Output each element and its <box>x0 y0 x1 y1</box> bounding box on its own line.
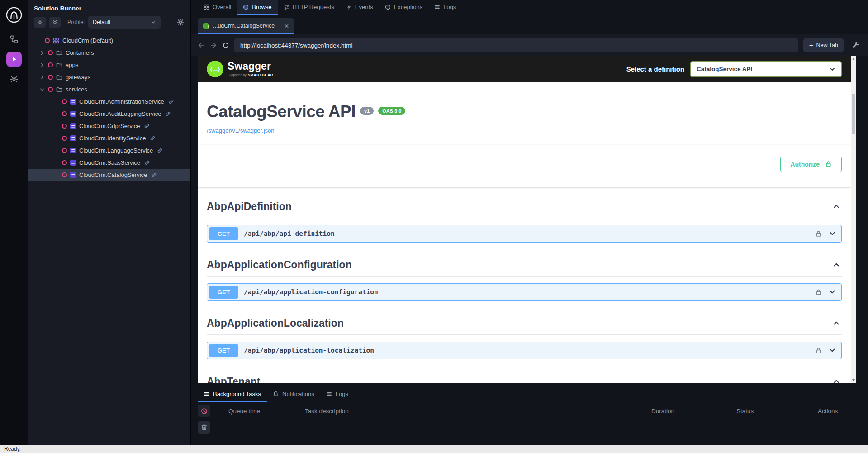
status-donut-icon <box>62 136 67 141</box>
scroll-up-arrow[interactable] <box>851 56 856 62</box>
scroll-down-arrow[interactable] <box>851 377 856 383</box>
chevron-down-icon[interactable] <box>829 347 836 354</box>
tree-item-saas-service[interactable]: CloudCrm.SaasService <box>28 157 190 169</box>
api-path: /api/abp/application-localization <box>244 347 374 354</box>
forward-icon[interactable] <box>210 42 217 49</box>
tasks-table-header: Queue time Task description Duration Sta… <box>198 402 868 420</box>
chevron-down-icon[interactable] <box>829 230 836 237</box>
tree-item-label: apps <box>66 62 78 68</box>
link-icon[interactable] <box>151 172 157 178</box>
tab-browse[interactable]: Browse <box>237 0 277 15</box>
chevron-down-icon[interactable] <box>829 288 836 296</box>
definition-select[interactable]: CatalogService API <box>690 61 842 77</box>
spec-link[interactable]: /swagger/v1/swagger.json <box>207 127 275 134</box>
chevron-down-icon <box>151 19 156 25</box>
clear-tasks-button[interactable] <box>198 421 210 434</box>
tree-item-apps[interactable]: apps <box>28 59 190 71</box>
tab-events[interactable]: Events <box>340 0 379 15</box>
tree-item-catalog-service[interactable]: CloudCrm.CatalogService <box>28 169 190 181</box>
tab-background-tasks[interactable]: Background Tasks <box>198 386 267 402</box>
exclamation-circle-icon <box>385 4 391 10</box>
status-donut-icon <box>48 87 53 92</box>
api-path: /api/abp/application-configuration <box>244 288 378 296</box>
tab-overall[interactable]: Overall <box>198 0 237 15</box>
api-operation-row[interactable]: GET /api/abp/application-configuration <box>207 283 842 301</box>
scrollbar-thumb[interactable] <box>852 94 855 134</box>
lock-icon[interactable] <box>815 347 822 354</box>
tab-http-requests[interactable]: HTTP Requests <box>278 0 340 15</box>
tab-notifications[interactable]: Notifications <box>267 386 320 402</box>
tab-label: Browse <box>252 4 271 10</box>
link-icon[interactable] <box>157 148 163 153</box>
tab-logs[interactable]: Logs <box>428 0 462 15</box>
folder-icon <box>56 50 62 56</box>
tree-item-identity-service[interactable]: CloudCrm.IdentityService <box>28 132 190 144</box>
chevron-down-icon <box>829 66 835 72</box>
chevron-right-icon[interactable] <box>39 62 45 68</box>
chevron-up-icon[interactable] <box>833 261 840 268</box>
prohibition-icon <box>201 408 208 415</box>
profile-settings-button[interactable] <box>177 19 184 26</box>
chevron-right-icon[interactable] <box>39 75 45 80</box>
link-icon[interactable] <box>150 135 156 141</box>
lock-icon[interactable] <box>815 289 822 296</box>
tree-item-services[interactable]: services <box>28 83 190 95</box>
api-operation-row[interactable]: GET /api/abp/application-localization <box>207 342 842 359</box>
tree-item-label: CloudCrm.AuditLoggingService <box>79 110 161 117</box>
tree-item-label: CloudCrm.GdprService <box>79 123 140 129</box>
dotnet-project-icon <box>70 172 76 178</box>
status-donut-icon <box>62 124 67 129</box>
link-icon[interactable] <box>144 160 150 166</box>
link-icon[interactable] <box>144 123 150 129</box>
status-bar: Ready. <box>0 445 868 453</box>
chevron-right-icon[interactable] <box>39 50 45 56</box>
tree-item-language-service[interactable]: CloudCrm.LanguageService <box>28 144 190 157</box>
api-operation-row[interactable]: GET /api/abp/api-definition <box>207 225 842 243</box>
api-section-abp-application-configuration: AbpApplicationConfiguration GET /api/abp… <box>207 254 842 301</box>
tree-item-administration-service[interactable]: CloudCrm.AdministrationService <box>28 95 190 108</box>
address-bar[interactable]: http://localhost:44377/swagger/index.htm… <box>234 38 798 52</box>
chevron-up-icon[interactable] <box>833 378 840 383</box>
tree-item-label: Containers <box>66 49 94 56</box>
rail-settings-button[interactable] <box>6 72 22 87</box>
new-tab-button[interactable]: New Tab <box>803 38 844 52</box>
link-icon[interactable] <box>168 99 174 105</box>
tree-item-containers[interactable]: Containers <box>28 47 190 59</box>
tree-item-solution[interactable]: CloudCrm (Default) <box>28 34 190 47</box>
folder-icon <box>56 74 62 81</box>
bottom-panel: Background Tasks Notifications Logs <box>191 386 868 445</box>
back-icon[interactable] <box>198 42 205 49</box>
swap-arrows-icon <box>284 4 289 10</box>
wrench-icon[interactable] <box>853 42 860 49</box>
profile-select[interactable]: Default <box>88 16 161 29</box>
solution-runner-button[interactable] <box>6 52 22 67</box>
api-section-abp-application-localization: AbpApplicationLocalization GET /api/abp/… <box>207 312 842 359</box>
section-header[interactable]: AbpTenant <box>207 371 842 383</box>
section-header[interactable]: AbpApplicationConfiguration <box>207 254 842 277</box>
tree-item-gdpr-service[interactable]: CloudCrm.GdprService <box>28 120 190 132</box>
lines-icon <box>204 391 209 397</box>
tab-bottom-logs[interactable]: Logs <box>320 386 354 402</box>
chevron-up-icon[interactable] <box>833 319 840 327</box>
tree-item-auditlogging-service[interactable]: CloudCrm.AuditLoggingService <box>28 108 190 120</box>
chevron-up-icon[interactable] <box>833 203 840 210</box>
viewport-scrollbar[interactable] <box>851 56 856 383</box>
authorize-button[interactable]: Authorize <box>780 157 842 172</box>
chevron-down-icon[interactable] <box>39 87 45 92</box>
lock-icon[interactable] <box>815 230 822 237</box>
browser-tab-catalog-service[interactable]: {…} ...udCrm.CatalogService <box>198 18 294 34</box>
definition-selector: Select a definition CatalogService API <box>626 61 842 77</box>
panel-toolbar: Profile: Default <box>28 14 190 31</box>
tree-item-gateways[interactable]: gateways <box>28 71 190 83</box>
tab-exceptions[interactable]: Exceptions <box>379 0 429 15</box>
dotnet-project-icon <box>70 160 76 166</box>
collapse-all-button[interactable] <box>34 17 46 28</box>
solution-explorer-button[interactable] <box>6 32 22 47</box>
expand-all-button[interactable] <box>49 17 61 28</box>
cancel-all-button[interactable] <box>198 405 210 417</box>
refresh-icon[interactable] <box>222 42 229 49</box>
section-header[interactable]: AbpApiDefinition <box>207 196 842 218</box>
link-icon[interactable] <box>165 111 171 117</box>
section-header[interactable]: AbpApplicationLocalization <box>207 312 842 335</box>
close-icon[interactable] <box>284 23 289 29</box>
